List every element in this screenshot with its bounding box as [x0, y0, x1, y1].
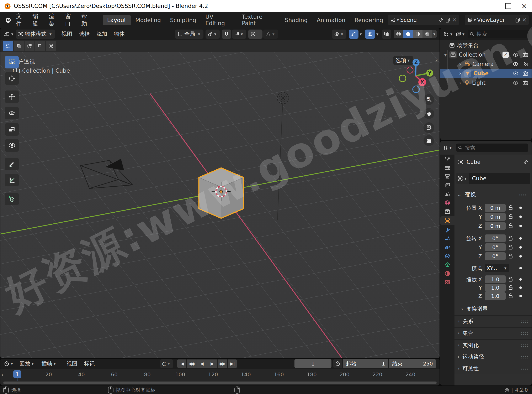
section-visibility[interactable]: ›可见性 :::: [455, 363, 532, 374]
expand-icon[interactable]: › [459, 80, 461, 86]
pan-button[interactable] [424, 108, 434, 119]
tab-particles[interactable] [440, 234, 455, 243]
animate-dot[interactable] [519, 286, 522, 289]
tab-material[interactable] [440, 269, 455, 278]
tab-physics[interactable] [440, 243, 455, 252]
orthographic-toggle-button[interactable] [424, 135, 434, 146]
zoom-button[interactable]: + [424, 94, 434, 105]
playhead-badge[interactable]: 1 [13, 370, 21, 378]
lock-icon[interactable] [507, 213, 513, 220]
play-reverse-button[interactable]: ◀ [197, 359, 207, 368]
expand-icon[interactable]: › [459, 70, 461, 77]
menu-help[interactable]: 帮助 [79, 12, 95, 27]
checkbox-icon[interactable]: ✓ [502, 52, 509, 58]
close-button[interactable]: × [516, 0, 532, 12]
shading-material-button[interactable] [413, 30, 422, 38]
menu-playback[interactable]: 回放▾ [16, 360, 38, 367]
workspace-tab-modeling[interactable]: Modeling [131, 15, 165, 25]
delta-transform-header[interactable]: › 变换增量 [461, 305, 488, 312]
tool-cursor[interactable] [5, 72, 19, 85]
xray-toggle[interactable] [382, 30, 391, 39]
tab-render[interactable] [440, 164, 455, 172]
animate-dot[interactable] [519, 237, 522, 240]
lock-icon[interactable] [507, 293, 513, 299]
lock-icon[interactable] [507, 235, 513, 241]
menu-file[interactable]: 文件 [13, 12, 30, 27]
jump-to-start-button[interactable]: |◀ [177, 359, 186, 368]
outliner-row-collection[interactable]: ▾ Collection ✓ [440, 50, 532, 59]
gizmo-x-axis[interactable]: X [418, 78, 426, 86]
tool-add-cube[interactable] [5, 193, 19, 205]
tool-scale[interactable] [5, 123, 19, 136]
select-mode-intersect-button[interactable] [46, 41, 56, 51]
unlink-scene-icon[interactable]: ✕ [452, 17, 457, 23]
lock-icon[interactable] [507, 276, 513, 282]
workspace-tab-layout[interactable]: Layout [103, 15, 131, 25]
animate-dot[interactable] [519, 246, 522, 249]
shading-wireframe-button[interactable] [394, 30, 403, 38]
menu-markers[interactable]: 标记 [81, 360, 98, 367]
tab-modifiers[interactable] [440, 225, 455, 234]
panel-grip[interactable]: :::: [519, 192, 527, 197]
timeline-editor-icon[interactable]: ▾ [4, 361, 14, 367]
location-y-field[interactable]: 0 m [485, 213, 506, 221]
breadcrumb-object-name[interactable]: Cube [466, 159, 481, 165]
tool-measure[interactable] [5, 174, 19, 187]
viewlayer-selector[interactable]: ▾ ViewLayer ✕ [465, 15, 529, 25]
workspace-tab-rendering[interactable]: Rendering [350, 15, 388, 25]
menu-add[interactable]: 添加 [93, 30, 111, 38]
remove-viewlayer-icon[interactable]: ✕ [522, 17, 527, 23]
workspace-tab-animation[interactable]: Animation [312, 15, 350, 25]
gizmo-y-axis[interactable]: Y [426, 69, 433, 77]
menu-render[interactable]: 渲染 [46, 12, 62, 27]
select-mode-extend-button[interactable] [14, 41, 24, 51]
animate-dot[interactable] [519, 225, 522, 227]
animate-dot[interactable] [519, 267, 522, 270]
workspace-tab-sculpting[interactable]: Sculpting [165, 15, 201, 25]
hide-eye-icon[interactable] [512, 71, 519, 76]
properties-search[interactable] [456, 144, 528, 152]
tab-scene[interactable] [440, 190, 455, 198]
section-relations[interactable]: ›关系 :::: [455, 315, 532, 327]
outliner-search-input[interactable] [476, 31, 520, 37]
gizmo-toggle[interactable] [349, 30, 359, 39]
proportional-editing-toggle[interactable] [248, 30, 263, 39]
visibility-dropdown[interactable]: ▾ [332, 30, 346, 39]
mode-selector[interactable]: 物体模式 ▾ [16, 30, 55, 39]
lock-icon[interactable] [507, 253, 513, 259]
tool-move[interactable] [5, 90, 19, 103]
tab-object[interactable] [440, 216, 455, 225]
current-frame-field[interactable]: 1 [294, 359, 331, 368]
gizmo-dropdown-icon[interactable]: ▾ [360, 32, 362, 37]
expand-icon[interactable]: ▾ [444, 52, 447, 58]
lock-icon[interactable] [507, 223, 513, 229]
scale-x-field[interactable]: 1.0 [485, 275, 506, 283]
new-scene-icon[interactable] [445, 17, 451, 23]
editor-type-icon[interactable]: ▾ [4, 31, 15, 37]
snap-settings[interactable]: ▾ [232, 30, 246, 39]
play-button[interactable]: ▶ [208, 359, 217, 368]
tool-select-box[interactable] [5, 56, 19, 68]
workspace-tab-uvediting[interactable]: UV Editing [201, 11, 237, 28]
disable-render-icon[interactable] [522, 61, 528, 67]
disable-render-icon[interactable] [522, 80, 528, 86]
tab-view-layer[interactable] [440, 181, 455, 190]
timeline-ruler[interactable]: ‹ 1 20 40 60 80 100 120 140 160 180 200 … [0, 369, 440, 381]
disable-render-icon[interactable] [522, 71, 528, 76]
overlays-dropdown-icon[interactable]: ▾ [376, 32, 378, 37]
rotation-y-field[interactable]: 0° [485, 244, 506, 251]
tab-collection[interactable] [440, 207, 455, 216]
section-collections[interactable]: ›集合 :::: [455, 327, 532, 338]
rotation-mode-dropdown[interactable]: XY...▾ [485, 264, 509, 272]
animate-dot[interactable] [519, 295, 522, 297]
snap-toggle[interactable] [222, 30, 231, 39]
maximize-button[interactable] [500, 0, 516, 12]
lock-icon[interactable] [507, 204, 513, 211]
tool-annotate[interactable] [5, 158, 19, 170]
outliner-row-light[interactable]: › Light [440, 78, 532, 87]
animate-dot[interactable] [519, 207, 522, 209]
menu-view[interactable]: 视图 [63, 360, 81, 367]
tab-tool[interactable] [440, 155, 455, 164]
select-mode-invert-button[interactable] [35, 41, 45, 51]
outliner-editor-icon[interactable]: ▾ [443, 31, 454, 37]
